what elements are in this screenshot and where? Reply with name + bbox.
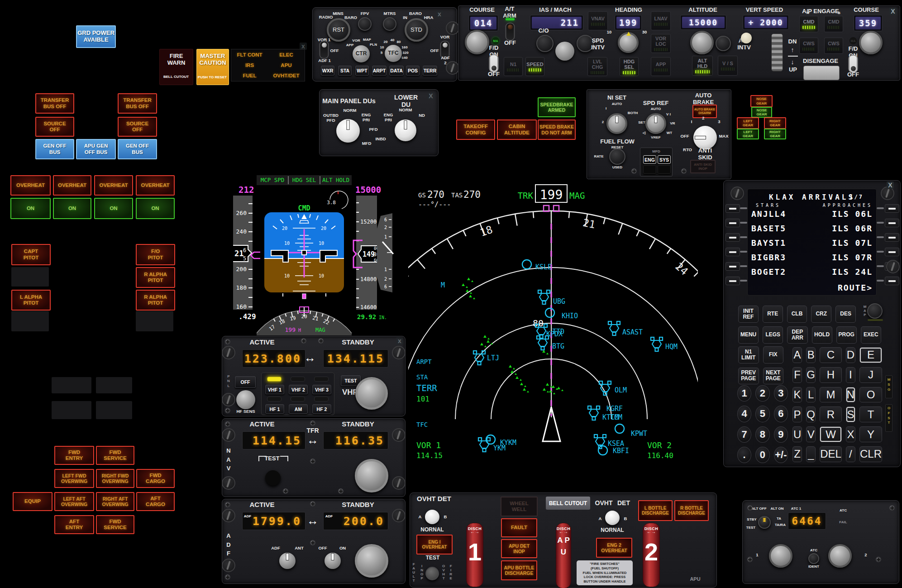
nav-test-button[interactable] bbox=[265, 470, 281, 486]
cdu-lsk-l5[interactable] bbox=[725, 262, 740, 271]
fire-warn-button[interactable]: FIRE WARN bbox=[159, 49, 193, 85]
cdu-key-5[interactable]: 5 bbox=[755, 406, 769, 422]
cdu-key-9[interactable]: 9 bbox=[774, 426, 788, 443]
hf2-select-button[interactable]: HF 2 bbox=[312, 404, 331, 414]
ovht-det-2-selector-knob[interactable] bbox=[605, 511, 620, 525]
cdu-lsk-r6[interactable] bbox=[885, 277, 899, 285]
cdu-key-a[interactable]: A bbox=[792, 347, 802, 363]
efis-baro-std-knob[interactable]: STD bbox=[405, 18, 428, 42]
cws-b-button[interactable]: CWS bbox=[824, 38, 843, 54]
cdu-key-y[interactable]: Y bbox=[859, 426, 882, 442]
latch-knob[interactable] bbox=[222, 476, 235, 490]
lower-du-knob[interactable] bbox=[395, 120, 416, 141]
main-panel-du-knob[interactable] bbox=[336, 119, 360, 143]
cdu-key-key[interactable]: _ bbox=[806, 446, 816, 462]
efis-fpv-button[interactable] bbox=[358, 17, 372, 31]
atc-code-knob-right[interactable] bbox=[828, 544, 852, 568]
cdu-key-crz[interactable]: CRZ bbox=[811, 306, 831, 323]
cdu-key-hold[interactable]: HOLD bbox=[812, 326, 832, 344]
atc-code-knob-left[interactable] bbox=[769, 544, 792, 568]
cdu-key-j[interactable]: J bbox=[859, 367, 882, 383]
app-button[interactable]: APP bbox=[651, 57, 671, 76]
engine-1-fire-handle[interactable]: DISCH ←→ 1 bbox=[466, 523, 483, 587]
cmd-b-button[interactable]: CMD bbox=[824, 16, 843, 32]
cdu-key-z[interactable]: Z bbox=[792, 446, 802, 462]
cdu-key-c[interactable]: C bbox=[820, 347, 842, 363]
adf-ant-knob[interactable] bbox=[279, 553, 296, 569]
efis-arpt-button[interactable]: ARPT bbox=[372, 66, 387, 76]
vs-button[interactable]: V / S bbox=[718, 56, 738, 76]
close-icon[interactable]: x bbox=[396, 337, 403, 344]
cdu-key-m[interactable]: M bbox=[820, 387, 842, 403]
mcp-course-left-knob[interactable] bbox=[465, 30, 489, 54]
adf-tune-knob[interactable] bbox=[355, 544, 388, 578]
efis-pos-button[interactable]: POS bbox=[406, 66, 420, 76]
close-icon[interactable]: X bbox=[887, 182, 894, 189]
spd-ref-knob[interactable] bbox=[645, 113, 666, 134]
hdg-sel-button[interactable]: HDG SEL bbox=[620, 57, 639, 76]
cdu-key-d[interactable]: D bbox=[846, 347, 855, 363]
cdu-key-0[interactable]: 0 bbox=[755, 447, 769, 463]
cdu-key-key[interactable]: . bbox=[737, 447, 751, 463]
cdu-key-prev-page[interactable]: PREV PAGE bbox=[738, 368, 759, 385]
cdu-key-s[interactable]: S bbox=[846, 406, 855, 422]
ident-button[interactable] bbox=[808, 553, 819, 564]
cdu-key-i[interactable]: I bbox=[846, 367, 855, 383]
cdu-lsk-r2[interactable] bbox=[885, 219, 899, 227]
nav-tune-knob[interactable] bbox=[355, 459, 388, 492]
cdu-key-dep-arr[interactable]: DEP ARR bbox=[787, 326, 807, 344]
cdu-key-u[interactable]: U bbox=[792, 426, 802, 442]
alt-intv-button[interactable] bbox=[716, 36, 731, 51]
ovht-det-1-selector-knob[interactable] bbox=[425, 510, 439, 524]
engine-2-fire-handle[interactable]: DISCH ←→ 2 bbox=[643, 523, 660, 587]
cdu-key-1[interactable]: 1 bbox=[737, 385, 751, 402]
cdu-latch-knob[interactable] bbox=[886, 260, 900, 273]
cdu-key-clr[interactable]: CLR bbox=[859, 446, 882, 462]
efis-latch-knob[interactable] bbox=[446, 61, 459, 75]
cws-a-button[interactable]: CWS bbox=[799, 38, 818, 54]
cdu-lsk-l2[interactable] bbox=[725, 219, 740, 227]
cdu-key-n[interactable]: N bbox=[846, 387, 855, 403]
cdu-key-8[interactable]: 8 bbox=[755, 426, 769, 443]
altitude-knob[interactable] bbox=[690, 31, 714, 54]
apu-fire-handle[interactable]: DISCH ←→ A P U bbox=[556, 523, 571, 588]
cdu-key-key[interactable]: / bbox=[846, 446, 855, 462]
lvl-chg-button[interactable]: LVL CHG bbox=[587, 57, 607, 76]
cdu-lsk-l1[interactable] bbox=[725, 204, 740, 213]
mfd-blank-button-2[interactable] bbox=[658, 165, 671, 174]
cmd-a-button[interactable]: CMD bbox=[799, 16, 818, 32]
cdu-key-b[interactable]: B bbox=[806, 347, 816, 363]
at-arm-switch[interactable] bbox=[506, 23, 515, 41]
cdu-key-n1-limit[interactable]: N1 LIMIT bbox=[738, 346, 759, 363]
mfd-eng-button[interactable]: ENG bbox=[643, 155, 656, 164]
cdu-lsk-l6[interactable] bbox=[725, 277, 740, 285]
cdu-key-init-ref[interactable]: INIT REF bbox=[738, 306, 759, 323]
efis-mtrs-button[interactable] bbox=[383, 17, 396, 31]
lnav-button[interactable]: LNAV bbox=[651, 11, 671, 30]
cdu-key-x[interactable]: X bbox=[846, 426, 855, 442]
cdu-key-menu[interactable]: MENU bbox=[738, 326, 759, 344]
cdu-key-v[interactable]: V bbox=[806, 426, 816, 442]
efis-latch-knob[interactable] bbox=[446, 21, 459, 35]
hf-sens-knob[interactable] bbox=[236, 390, 255, 409]
cdu-lsk-r1[interactable] bbox=[885, 204, 899, 213]
cdu-key-h[interactable]: H bbox=[820, 367, 842, 383]
cdu-key-e[interactable]: E bbox=[859, 347, 882, 363]
autobrake-knob[interactable] bbox=[693, 126, 717, 149]
cdu-key-prog[interactable]: PROG bbox=[836, 326, 857, 344]
cdu-key-del[interactable]: DEL bbox=[820, 446, 842, 462]
latch-knob[interactable] bbox=[222, 393, 235, 406]
latch-knob[interactable] bbox=[392, 509, 406, 522]
speed-button[interactable]: SPEED bbox=[525, 57, 544, 76]
mcp-course-right-knob[interactable] bbox=[859, 31, 883, 54]
latch-knob[interactable] bbox=[392, 346, 406, 359]
mfd-sys-button[interactable]: SYS bbox=[658, 155, 671, 164]
fuel-flow-knob[interactable] bbox=[609, 148, 625, 165]
fd-right-switch[interactable] bbox=[849, 55, 858, 73]
close-icon[interactable]: X bbox=[427, 92, 434, 100]
cdu-lsk-r3[interactable] bbox=[885, 233, 899, 242]
cdu-brightness-knob[interactable] bbox=[867, 303, 883, 319]
vhf2-select-button[interactable]: VHF 2 bbox=[289, 385, 308, 394]
cdu-lsk-l4[interactable] bbox=[725, 248, 740, 256]
comm-off-button[interactable]: OFF bbox=[235, 376, 256, 388]
